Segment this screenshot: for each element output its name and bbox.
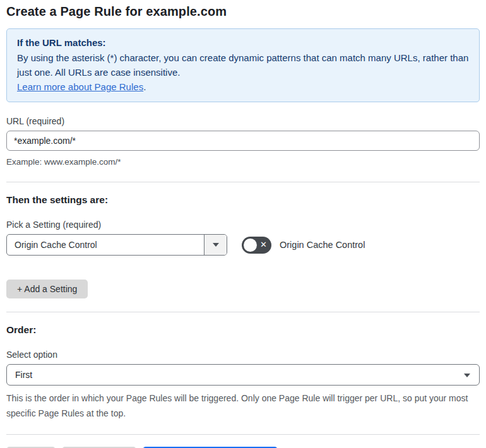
caret-down-icon [213,243,219,247]
order-select-value: First [7,365,479,385]
learn-more-link[interactable]: Learn more about Page Rules [17,81,143,92]
divider [6,182,480,182]
info-box-heading: If the URL matches: [17,35,469,50]
add-setting-button[interactable]: + Add a Setting [6,280,88,298]
setting-select-arrow-button[interactable] [204,235,227,255]
order-section-heading: Order: [6,324,480,336]
divider [6,312,480,312]
origin-cache-control-toggle[interactable]: ✕ [242,237,271,254]
order-helper-text: This is the order in which your Page Rul… [6,391,477,421]
setting-select-value: Origin Cache Control [7,235,204,255]
info-box-link-line: Learn more about Page Rules. [17,80,469,94]
setting-select[interactable]: Origin Cache Control [6,234,227,256]
page-title: Create a Page Rule for example.com [6,4,480,19]
divider [6,434,480,435]
toggle-knob [244,239,257,252]
x-icon: ✕ [260,240,267,249]
order-select-label: Select option [6,350,480,360]
url-field-label: URL (required) [6,116,480,126]
order-select[interactable]: First [6,364,480,386]
setting-row: Origin Cache Control ✕ Origin Cache Cont… [6,234,480,256]
link-suffix: . [143,81,146,92]
page-rule-form: Create a Page Rule for example.com If th… [0,0,486,448]
toggle-label: Origin Cache Control [280,240,365,250]
pick-setting-label: Pick a Setting (required) [6,220,480,230]
info-box-body: By using the asterisk (*) character, you… [17,50,469,80]
settings-section-heading: Then the settings are: [6,194,480,206]
url-input[interactable] [6,131,480,151]
url-example-helper: Example: www.example.com/* [6,155,480,168]
url-match-info-box: If the URL matches: By using the asteris… [6,28,480,102]
caret-down-icon [464,374,470,377]
